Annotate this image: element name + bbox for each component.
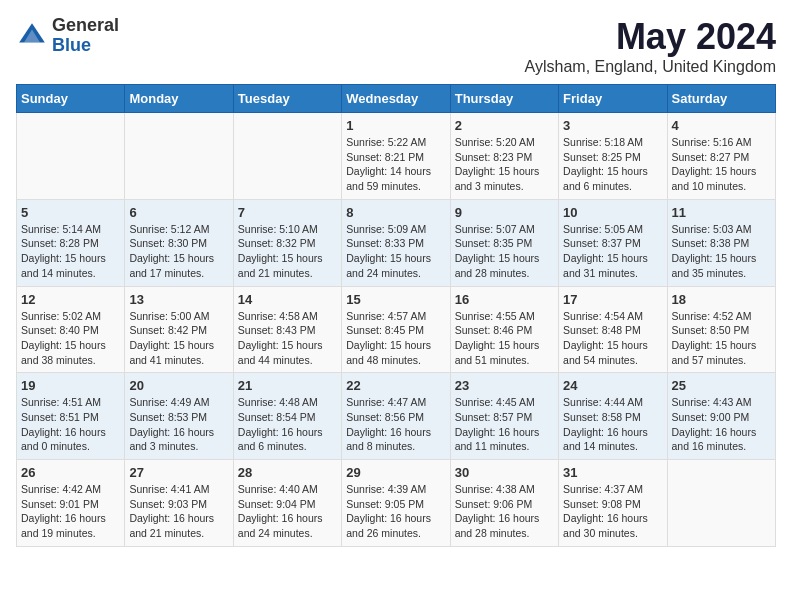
- header-friday: Friday: [559, 85, 667, 113]
- day-number: 17: [563, 292, 662, 307]
- day-number: 6: [129, 205, 228, 220]
- header-row: SundayMondayTuesdayWednesdayThursdayFrid…: [17, 85, 776, 113]
- calendar-cell: 12Sunrise: 5:02 AM Sunset: 8:40 PM Dayli…: [17, 286, 125, 373]
- calendar-cell: 5Sunrise: 5:14 AM Sunset: 8:28 PM Daylig…: [17, 199, 125, 286]
- day-number: 18: [672, 292, 771, 307]
- day-number: 14: [238, 292, 337, 307]
- day-number: 21: [238, 378, 337, 393]
- day-number: 1: [346, 118, 445, 133]
- calendar-cell: 2Sunrise: 5:20 AM Sunset: 8:23 PM Daylig…: [450, 113, 558, 200]
- day-info: Sunrise: 4:44 AM Sunset: 8:58 PM Dayligh…: [563, 395, 662, 454]
- logo-text: General Blue: [52, 16, 119, 56]
- calendar-cell: 27Sunrise: 4:41 AM Sunset: 9:03 PM Dayli…: [125, 460, 233, 547]
- day-info: Sunrise: 4:54 AM Sunset: 8:48 PM Dayligh…: [563, 309, 662, 368]
- day-info: Sunrise: 5:05 AM Sunset: 8:37 PM Dayligh…: [563, 222, 662, 281]
- header-monday: Monday: [125, 85, 233, 113]
- logo: General Blue: [16, 16, 119, 56]
- day-info: Sunrise: 4:57 AM Sunset: 8:45 PM Dayligh…: [346, 309, 445, 368]
- day-number: 8: [346, 205, 445, 220]
- calendar-cell: 30Sunrise: 4:38 AM Sunset: 9:06 PM Dayli…: [450, 460, 558, 547]
- page-header: General Blue May 2024 Aylsham, England, …: [16, 16, 776, 76]
- calendar-cell: 11Sunrise: 5:03 AM Sunset: 8:38 PM Dayli…: [667, 199, 775, 286]
- day-info: Sunrise: 4:52 AM Sunset: 8:50 PM Dayligh…: [672, 309, 771, 368]
- header-tuesday: Tuesday: [233, 85, 341, 113]
- calendar-cell: 24Sunrise: 4:44 AM Sunset: 8:58 PM Dayli…: [559, 373, 667, 460]
- title-block: May 2024 Aylsham, England, United Kingdo…: [525, 16, 776, 76]
- calendar-cell: [667, 460, 775, 547]
- day-number: 22: [346, 378, 445, 393]
- day-number: 4: [672, 118, 771, 133]
- week-row-1: 5Sunrise: 5:14 AM Sunset: 8:28 PM Daylig…: [17, 199, 776, 286]
- calendar-cell: 17Sunrise: 4:54 AM Sunset: 8:48 PM Dayli…: [559, 286, 667, 373]
- day-info: Sunrise: 5:03 AM Sunset: 8:38 PM Dayligh…: [672, 222, 771, 281]
- calendar-cell: 1Sunrise: 5:22 AM Sunset: 8:21 PM Daylig…: [342, 113, 450, 200]
- calendar-cell: 31Sunrise: 4:37 AM Sunset: 9:08 PM Dayli…: [559, 460, 667, 547]
- day-info: Sunrise: 5:09 AM Sunset: 8:33 PM Dayligh…: [346, 222, 445, 281]
- logo-blue: Blue: [52, 36, 119, 56]
- calendar-cell: 29Sunrise: 4:39 AM Sunset: 9:05 PM Dayli…: [342, 460, 450, 547]
- day-number: 24: [563, 378, 662, 393]
- header-wednesday: Wednesday: [342, 85, 450, 113]
- day-number: 29: [346, 465, 445, 480]
- calendar-cell: 28Sunrise: 4:40 AM Sunset: 9:04 PM Dayli…: [233, 460, 341, 547]
- day-info: Sunrise: 5:18 AM Sunset: 8:25 PM Dayligh…: [563, 135, 662, 194]
- calendar-cell: 14Sunrise: 4:58 AM Sunset: 8:43 PM Dayli…: [233, 286, 341, 373]
- day-info: Sunrise: 4:37 AM Sunset: 9:08 PM Dayligh…: [563, 482, 662, 541]
- day-number: 9: [455, 205, 554, 220]
- day-info: Sunrise: 5:07 AM Sunset: 8:35 PM Dayligh…: [455, 222, 554, 281]
- logo-icon: [16, 20, 48, 52]
- calendar-header: SundayMondayTuesdayWednesdayThursdayFrid…: [17, 85, 776, 113]
- calendar-cell: 23Sunrise: 4:45 AM Sunset: 8:57 PM Dayli…: [450, 373, 558, 460]
- calendar-cell: [17, 113, 125, 200]
- day-info: Sunrise: 5:16 AM Sunset: 8:27 PM Dayligh…: [672, 135, 771, 194]
- calendar-cell: 7Sunrise: 5:10 AM Sunset: 8:32 PM Daylig…: [233, 199, 341, 286]
- day-info: Sunrise: 4:49 AM Sunset: 8:53 PM Dayligh…: [129, 395, 228, 454]
- day-number: 13: [129, 292, 228, 307]
- calendar-cell: 8Sunrise: 5:09 AM Sunset: 8:33 PM Daylig…: [342, 199, 450, 286]
- header-saturday: Saturday: [667, 85, 775, 113]
- calendar-cell: 9Sunrise: 5:07 AM Sunset: 8:35 PM Daylig…: [450, 199, 558, 286]
- calendar-cell: [233, 113, 341, 200]
- day-number: 5: [21, 205, 120, 220]
- day-number: 16: [455, 292, 554, 307]
- calendar-cell: 3Sunrise: 5:18 AM Sunset: 8:25 PM Daylig…: [559, 113, 667, 200]
- day-info: Sunrise: 5:14 AM Sunset: 8:28 PM Dayligh…: [21, 222, 120, 281]
- header-sunday: Sunday: [17, 85, 125, 113]
- week-row-2: 12Sunrise: 5:02 AM Sunset: 8:40 PM Dayli…: [17, 286, 776, 373]
- calendar-cell: 13Sunrise: 5:00 AM Sunset: 8:42 PM Dayli…: [125, 286, 233, 373]
- day-info: Sunrise: 4:48 AM Sunset: 8:54 PM Dayligh…: [238, 395, 337, 454]
- day-info: Sunrise: 4:55 AM Sunset: 8:46 PM Dayligh…: [455, 309, 554, 368]
- header-thursday: Thursday: [450, 85, 558, 113]
- calendar-cell: 21Sunrise: 4:48 AM Sunset: 8:54 PM Dayli…: [233, 373, 341, 460]
- day-number: 27: [129, 465, 228, 480]
- day-info: Sunrise: 4:47 AM Sunset: 8:56 PM Dayligh…: [346, 395, 445, 454]
- calendar-cell: 20Sunrise: 4:49 AM Sunset: 8:53 PM Dayli…: [125, 373, 233, 460]
- day-info: Sunrise: 4:40 AM Sunset: 9:04 PM Dayligh…: [238, 482, 337, 541]
- day-number: 23: [455, 378, 554, 393]
- day-info: Sunrise: 5:22 AM Sunset: 8:21 PM Dayligh…: [346, 135, 445, 194]
- calendar-body: 1Sunrise: 5:22 AM Sunset: 8:21 PM Daylig…: [17, 113, 776, 547]
- calendar-cell: 15Sunrise: 4:57 AM Sunset: 8:45 PM Dayli…: [342, 286, 450, 373]
- day-number: 3: [563, 118, 662, 133]
- calendar-cell: 4Sunrise: 5:16 AM Sunset: 8:27 PM Daylig…: [667, 113, 775, 200]
- day-info: Sunrise: 4:45 AM Sunset: 8:57 PM Dayligh…: [455, 395, 554, 454]
- main-title: May 2024: [525, 16, 776, 58]
- day-info: Sunrise: 4:38 AM Sunset: 9:06 PM Dayligh…: [455, 482, 554, 541]
- day-info: Sunrise: 5:00 AM Sunset: 8:42 PM Dayligh…: [129, 309, 228, 368]
- day-number: 7: [238, 205, 337, 220]
- calendar-cell: 16Sunrise: 4:55 AM Sunset: 8:46 PM Dayli…: [450, 286, 558, 373]
- day-info: Sunrise: 4:51 AM Sunset: 8:51 PM Dayligh…: [21, 395, 120, 454]
- day-number: 2: [455, 118, 554, 133]
- day-info: Sunrise: 5:10 AM Sunset: 8:32 PM Dayligh…: [238, 222, 337, 281]
- calendar-table: SundayMondayTuesdayWednesdayThursdayFrid…: [16, 84, 776, 547]
- day-number: 25: [672, 378, 771, 393]
- day-info: Sunrise: 4:58 AM Sunset: 8:43 PM Dayligh…: [238, 309, 337, 368]
- day-number: 12: [21, 292, 120, 307]
- calendar-cell: 18Sunrise: 4:52 AM Sunset: 8:50 PM Dayli…: [667, 286, 775, 373]
- day-info: Sunrise: 5:02 AM Sunset: 8:40 PM Dayligh…: [21, 309, 120, 368]
- day-info: Sunrise: 5:20 AM Sunset: 8:23 PM Dayligh…: [455, 135, 554, 194]
- day-info: Sunrise: 5:12 AM Sunset: 8:30 PM Dayligh…: [129, 222, 228, 281]
- calendar-cell: 10Sunrise: 5:05 AM Sunset: 8:37 PM Dayli…: [559, 199, 667, 286]
- day-info: Sunrise: 4:41 AM Sunset: 9:03 PM Dayligh…: [129, 482, 228, 541]
- day-number: 15: [346, 292, 445, 307]
